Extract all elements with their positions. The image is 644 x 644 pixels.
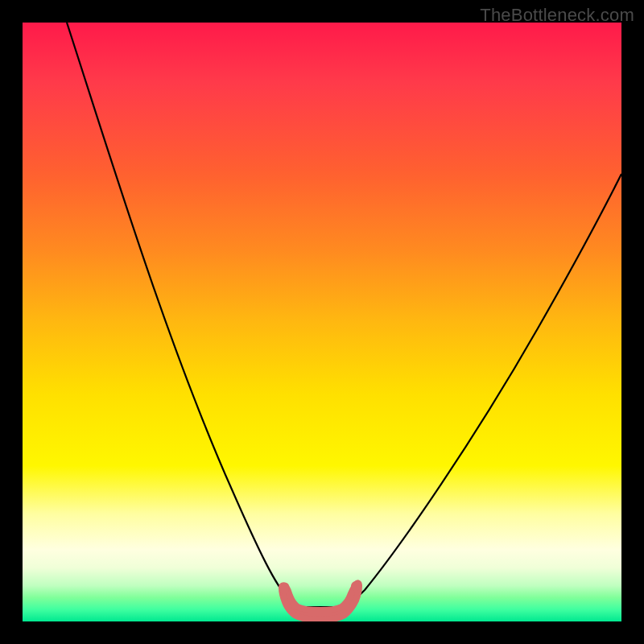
chart-svg [23,23,621,621]
watermark-text: TheBottleneck.com [480,5,634,26]
chart-plot-area [23,23,621,621]
optimal-marker-dot-right [351,581,361,591]
optimal-marker-dot-left [279,584,289,594]
optimal-zone-marker [282,583,359,620]
bottleneck-curve-line [67,23,621,607]
